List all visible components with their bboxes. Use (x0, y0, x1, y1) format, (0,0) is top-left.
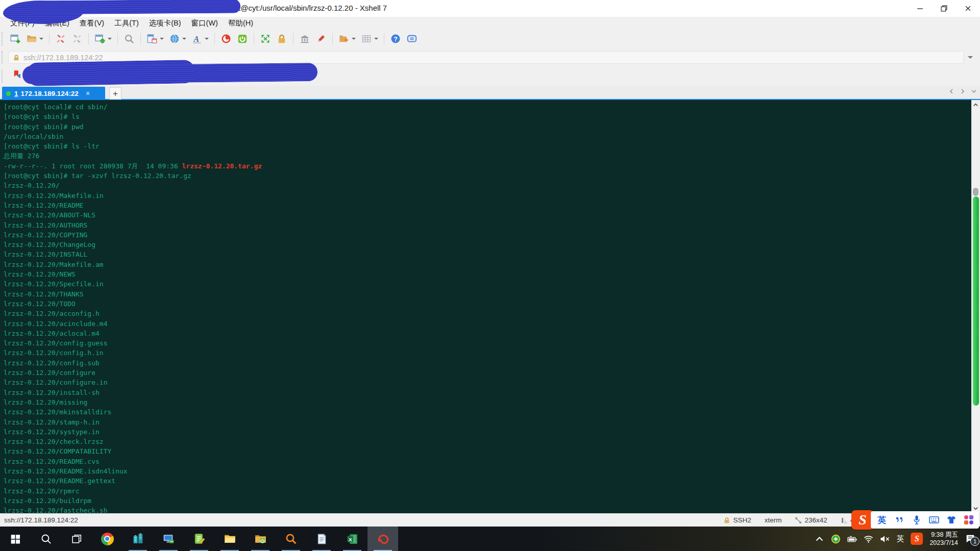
menu-item-tools[interactable]: 工具(T) (109, 17, 144, 29)
dropdown-caret-icon[interactable] (39, 38, 43, 40)
punctuation-icon[interactable] (894, 515, 904, 525)
session-properties-button[interactable] (93, 32, 113, 45)
skin-icon[interactable] (946, 515, 957, 525)
terminal-line: lrzsz-0.12.20/configure (4, 368, 980, 378)
fullscreen-button[interactable] (258, 32, 273, 45)
dropdown-caret-icon[interactable] (108, 38, 112, 40)
terminal-line: lrzsz-0.12.20/config.h.in (4, 348, 980, 358)
tab-scroll-right-icon[interactable] (960, 88, 966, 94)
menu-item-window[interactable]: 窗口(W) (186, 17, 223, 29)
taskbar-server-app-button[interactable] (122, 527, 153, 551)
taskbar-chrome-button[interactable] (92, 527, 122, 551)
tray-battery-button[interactable] (847, 534, 857, 544)
minimize-button[interactable] (908, 0, 932, 17)
dropdown-caret-icon[interactable] (352, 38, 356, 40)
restore-button[interactable] (932, 0, 956, 17)
menu-item-view[interactable]: 查看(V) (75, 17, 109, 29)
new-tab-button[interactable]: + (109, 87, 121, 99)
scroll-up-icon[interactable] (971, 100, 980, 110)
tray-sogou-button[interactable]: S (911, 533, 923, 545)
taskbar-excel-button[interactable]: X (337, 527, 368, 551)
lock-screen-icon (276, 33, 287, 44)
terminal-line: lrzsz-0.12.20/acinclude.m4 (4, 319, 980, 329)
tab-session[interactable]: 1 172.18.189.124:22 × (2, 87, 105, 100)
feedback-button[interactable] (405, 32, 419, 45)
address-dropdown-icon[interactable] (968, 56, 973, 59)
ime-mode-toggle[interactable]: 英 (877, 514, 887, 526)
tray-network-button[interactable] (864, 534, 873, 544)
terminal-line: lrzsz-0.12.20/check.lrzsz (4, 437, 980, 446)
terminal-line: lrzsz-0.12.20/stamp-h.in (4, 417, 980, 427)
tab-list-icon[interactable] (971, 88, 977, 94)
notification-center-button[interactable]: 1 (965, 533, 976, 544)
open-folder-button[interactable] (24, 32, 45, 45)
open-folder-icon (26, 33, 37, 44)
taskbar-file-explorer-button[interactable] (214, 527, 245, 551)
window-layout-button[interactable] (145, 32, 165, 45)
new-folder-button[interactable] (337, 32, 357, 45)
close-button[interactable] (956, 0, 980, 17)
terminal-line: lrzsz-0.12.20/Makefile.in (4, 191, 980, 201)
taskbar-notepad-plus-plus-button[interactable] (184, 527, 214, 551)
voice-input-icon[interactable] (912, 515, 922, 525)
connected-status-icon (6, 91, 11, 96)
taskbar-remote-desktop-button[interactable] (153, 527, 184, 551)
menu-item-help[interactable]: 帮助(H) (223, 17, 258, 29)
taskbar-start-button[interactable] (0, 527, 31, 551)
chrome-icon (101, 533, 114, 545)
terminal-line: lrzsz-0.12.20/aclocal.m4 (4, 329, 980, 338)
dropdown-caret-icon[interactable] (160, 38, 164, 40)
tab-index: 1 (14, 90, 18, 97)
dropdown-caret-icon[interactable] (182, 38, 186, 40)
toolbox-icon[interactable] (964, 515, 974, 525)
disconnect-button[interactable] (54, 32, 68, 45)
terminal-line: lrzsz-0.12.20/README.gettext (4, 476, 980, 486)
terminal-line: lrzsz-0.12.20/acconfig.h (4, 309, 980, 318)
tab-scroll-left-icon[interactable] (948, 88, 954, 94)
dropdown-caret-icon[interactable] (205, 38, 209, 40)
scrollbar-thumb[interactable] (973, 196, 979, 406)
tab-bar: 1 172.18.189.124:22 × + (0, 86, 980, 100)
terminal-output[interactable]: [root@cyt local]# cd sbin/[root@cyt sbin… (0, 100, 980, 513)
feedback-icon (406, 33, 418, 44)
highlight-pen-button[interactable] (314, 32, 328, 45)
toolbar-separator (49, 33, 50, 44)
taskbar-notepad-button[interactable] (306, 527, 337, 551)
layout-grid-button[interactable] (359, 32, 380, 45)
menu-item-tab[interactable]: 选项卡(B) (144, 17, 186, 29)
tray-ime-language-button[interactable]: 英 (896, 534, 904, 544)
svg-text:X: X (349, 536, 352, 542)
dropdown-caret-icon[interactable] (374, 38, 378, 40)
tray-volume-muted-button[interactable] (880, 534, 890, 544)
taskbar-search-button[interactable] (31, 527, 61, 551)
execute-script-button[interactable] (235, 32, 250, 45)
terminal-line: lrzsz-0.12.20/rpmrc (4, 486, 980, 496)
font-button[interactable]: A (190, 32, 210, 45)
terminal-line: lrzsz-0.12.20/Makefile.am (4, 260, 980, 269)
taskbar-everything-search-button[interactable] (276, 527, 306, 551)
reconnect-button[interactable] (70, 32, 84, 45)
system-tray: 英S 9:38 周五 2023/7/14 1 (815, 527, 980, 551)
taskbar-clock[interactable]: 9:38 周五 2023/7/14 (929, 531, 958, 547)
taskbar-xftp-button[interactable] (245, 527, 276, 551)
tray-tray-expand-button[interactable] (815, 534, 824, 544)
new-session-button[interactable] (8, 32, 22, 45)
xftp-transfer-button[interactable] (219, 32, 233, 45)
help-button[interactable]: ? (388, 32, 403, 45)
bank-button[interactable] (298, 32, 312, 45)
taskbar-xshell-button[interactable] (368, 527, 398, 551)
clock-date: 2023/7/14 (929, 539, 958, 547)
tray-antivirus-button[interactable] (831, 534, 841, 544)
lock-screen-button[interactable] (275, 32, 289, 45)
bookmark-flag-icon[interactable] (12, 69, 22, 83)
terminal-line: lrzsz-0.12.20/install-sh (4, 388, 980, 397)
terminal-scrollbar[interactable] (971, 100, 980, 513)
soft-keyboard-icon[interactable] (929, 515, 939, 525)
web-browser-button[interactable] (167, 32, 188, 45)
tab-close-icon[interactable]: × (86, 90, 90, 97)
taskbar-task-view-button[interactable] (61, 527, 92, 551)
status-bar: ssh://172.18.189.124:22 SSH2 xterm 236x4… (0, 513, 980, 527)
terminal-line: [root@cyt sbin]# ls -ltr (4, 141, 980, 151)
find-button[interactable] (122, 32, 136, 45)
server-app-icon (132, 533, 144, 545)
